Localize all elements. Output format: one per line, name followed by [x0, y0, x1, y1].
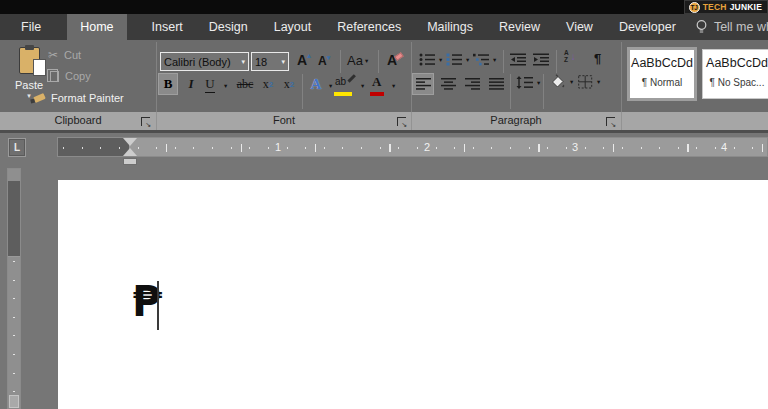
decrease-indent-button[interactable] — [510, 53, 526, 66]
text-effects-button[interactable]: A — [306, 73, 326, 95]
ruler-number: 3 — [572, 141, 578, 153]
justify-button[interactable] — [485, 73, 507, 95]
first-line-indent-marker[interactable] — [123, 138, 137, 146]
text-highlight-button[interactable]: ab — [334, 76, 356, 96]
bullets-button[interactable]: ▾ — [419, 53, 442, 66]
ribbon: Paste ▾ ✂ Cut Copy Format Painter Clipbo… — [0, 40, 768, 133]
grow-caret-icon: ▴ — [307, 52, 311, 60]
ribbon-tab-bar: File Home Insert Design Layout Reference… — [0, 14, 768, 40]
ruler-number: 2 — [424, 141, 430, 153]
show-hide-pilcrow-button[interactable]: ¶ — [594, 51, 601, 66]
tab-design[interactable]: Design — [196, 14, 261, 40]
shading-button[interactable]: ▾ — [549, 74, 573, 89]
text-effects-caret-icon[interactable]: ▾ — [329, 82, 332, 90]
shrink-font-glyph: A — [318, 54, 327, 68]
small-separator — [503, 50, 504, 73]
left-indent-marker[interactable] — [123, 158, 137, 165]
paragraph-dialog-launcher[interactable]: ↘ — [606, 117, 615, 126]
grow-font-button[interactable]: A▴ — [297, 52, 311, 68]
shading-caret-icon: ▾ — [570, 78, 573, 86]
text-effects-glyph: A — [311, 76, 322, 93]
font-color-button[interactable]: A — [370, 74, 386, 96]
style-card-no-spacing[interactable]: AaBbCcDd ¶ No Spac... — [702, 49, 768, 99]
format-painter-label: Format Painter — [51, 92, 124, 104]
lightbulb-icon — [695, 19, 708, 35]
font-color-caret-icon[interactable]: ▾ — [392, 82, 395, 90]
superscript-button[interactable]: x2 — [279, 73, 299, 95]
sort-button[interactable]: AZ ↓ — [564, 50, 576, 63]
tab-review[interactable]: Review — [486, 14, 553, 40]
font-color-glyph: A — [372, 74, 381, 90]
tab-view[interactable]: View — [553, 14, 606, 40]
cut-label: Cut — [64, 49, 81, 61]
font-size-value: 18 — [255, 56, 267, 68]
multilevel-list-button[interactable]: ▾ — [473, 53, 496, 66]
tab-file[interactable]: File — [8, 14, 54, 40]
align-center-button[interactable] — [437, 73, 459, 95]
align-right-button[interactable] — [461, 73, 483, 95]
vertical-ruler-footer — [9, 395, 19, 408]
strikethrough-glyph: abc — [237, 77, 254, 92]
group-separator — [621, 42, 622, 130]
increase-indent-button[interactable] — [533, 53, 549, 66]
subscript-button[interactable]: x2 — [258, 73, 278, 95]
style-card-normal[interactable]: AaBbCcDd ¶ Normal — [627, 47, 697, 101]
borders-caret-icon: ▾ — [597, 78, 600, 86]
tab-stop-selector[interactable]: L — [8, 138, 26, 157]
format-painter-brush-icon — [33, 93, 45, 103]
tab-home[interactable]: Home — [67, 14, 126, 40]
small-separator — [510, 74, 511, 109]
top-strip: TJ TECHJUNKIE — [0, 0, 768, 14]
format-painter-button[interactable]: Format Painter — [34, 92, 124, 104]
copy-icon — [50, 71, 59, 82]
highlight-caret-icon[interactable]: ▾ — [361, 82, 364, 90]
bullets-caret-icon: ▾ — [439, 56, 442, 64]
sort-arrow-icon: ↓ — [571, 52, 576, 62]
strikethrough-button[interactable]: abc — [232, 73, 258, 95]
highlight-pen-icon — [347, 74, 355, 82]
small-separator — [340, 50, 341, 73]
ruler-half-ticks — [166, 144, 765, 152]
underline-glyph: U — [205, 76, 214, 93]
style-sample-text: AaBbCcDd — [630, 57, 694, 71]
tab-mailings[interactable]: Mailings — [414, 14, 486, 40]
tab-insert[interactable]: Insert — [139, 14, 196, 40]
change-case-button[interactable]: Aa▾ — [347, 53, 368, 68]
font-dialog-launcher[interactable]: ↘ — [397, 117, 406, 126]
clipboard-dialog-launcher[interactable]: ↘ — [141, 117, 150, 126]
copy-button[interactable]: Copy — [48, 70, 91, 82]
font-group-label: Font — [157, 114, 411, 128]
bold-glyph: B — [164, 76, 173, 92]
vertical-ruler-margin — [8, 181, 20, 257]
tell-me-text: Tell me what you — [714, 20, 768, 34]
underline-caret-icon[interactable]: ▾ — [224, 82, 227, 90]
ruler-number: 4 — [721, 141, 727, 153]
multilevel-caret-icon: ▾ — [493, 56, 496, 64]
font-size-caret-icon[interactable]: ▾ — [281, 58, 285, 66]
tell-me-box[interactable]: Tell me what you — [695, 14, 768, 40]
logo-text-tech: TECH — [703, 2, 727, 12]
sort-z-glyph: Z — [564, 57, 569, 64]
italic-button[interactable]: I — [183, 73, 199, 95]
numbering-button[interactable]: ▾ — [446, 53, 469, 66]
font-name-caret-icon[interactable]: ▾ — [241, 58, 245, 66]
borders-button[interactable]: ▾ — [578, 75, 600, 89]
document-page[interactable]: ₱ — [58, 180, 768, 409]
small-separator — [302, 74, 303, 109]
ribbon-bottom-border — [0, 130, 768, 133]
clear-formatting-button[interactable]: A — [387, 52, 403, 68]
tab-layout[interactable]: Layout — [261, 14, 325, 40]
hanging-indent-marker[interactable] — [123, 148, 137, 156]
font-size-combo[interactable]: 18 ▾ — [251, 52, 289, 71]
highlight-glyph: ab — [335, 76, 346, 87]
align-left-button[interactable] — [412, 73, 434, 95]
font-name-combo[interactable]: Calibri (Body) ▾ — [160, 52, 249, 71]
vertical-ruler — [7, 168, 21, 409]
bold-button[interactable]: B — [158, 73, 178, 95]
tab-developer[interactable]: Developer — [606, 14, 689, 40]
underline-button[interactable]: U — [202, 73, 218, 95]
tab-references[interactable]: References — [324, 14, 414, 40]
line-spacing-button[interactable]: ▾ — [516, 76, 540, 89]
shrink-font-button[interactable]: A▾ — [318, 54, 330, 68]
cut-button[interactable]: ✂ Cut — [48, 48, 81, 62]
